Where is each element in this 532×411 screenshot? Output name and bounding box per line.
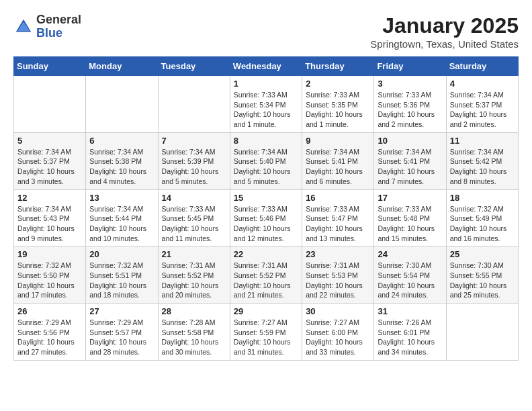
calendar-title: January 2025: [370, 13, 519, 38]
daylight-text: Daylight: 10 hours and 5 minutes.: [162, 167, 226, 186]
day-number: 2: [306, 79, 370, 89]
daylight-text: Daylight: 10 hours and 25 minutes.: [450, 281, 515, 300]
calendar-cell: 2Sunrise: 7:33 AMSunset: 5:35 PMDaylight…: [302, 76, 374, 133]
day-number: 14: [162, 193, 226, 203]
day-info: Sunrise: 7:34 AMSunset: 5:41 PMDaylight:…: [306, 147, 370, 187]
calendar-cell: 11Sunrise: 7:34 AMSunset: 5:42 PMDayligh…: [446, 132, 518, 189]
daylight-text: Daylight: 10 hours and 28 minutes.: [89, 337, 154, 357]
daylight-text: Daylight: 10 hours and 7 minutes.: [378, 167, 442, 186]
day-info: Sunrise: 7:34 AMSunset: 5:37 PMDaylight:…: [17, 147, 82, 187]
sunset-text: Sunset: 5:55 PM: [450, 271, 515, 281]
header-day: Monday: [86, 57, 158, 76]
calendar-cell: 30Sunrise: 7:27 AMSunset: 6:00 PMDayligh…: [302, 304, 374, 361]
calendar-week-row: 26Sunrise: 7:29 AMSunset: 5:56 PMDayligh…: [14, 304, 519, 361]
sunset-text: Sunset: 6:01 PM: [378, 328, 442, 338]
logo-general: General: [36, 13, 81, 27]
calendar-cell: 28Sunrise: 7:28 AMSunset: 5:58 PMDayligh…: [158, 304, 230, 361]
day-number: 31: [378, 306, 442, 316]
daylight-text: Daylight: 10 hours and 3 minutes.: [17, 167, 82, 186]
logo-icon: [13, 17, 34, 37]
day-info: Sunrise: 7:34 AMSunset: 5:42 PMDaylight:…: [450, 147, 515, 187]
daylight-text: Daylight: 10 hours and 2 minutes.: [450, 109, 515, 129]
day-number: 26: [17, 306, 82, 316]
daylight-text: Daylight: 10 hours and 10 minutes.: [89, 224, 154, 243]
sunrise-text: Sunrise: 7:31 AM: [306, 261, 370, 271]
sunset-text: Sunset: 5:39 PM: [162, 156, 226, 167]
day-info: Sunrise: 7:33 AMSunset: 5:46 PMDaylight:…: [234, 204, 298, 244]
calendar-cell: 3Sunrise: 7:33 AMSunset: 5:36 PMDaylight…: [374, 76, 446, 133]
day-info: Sunrise: 7:32 AMSunset: 5:49 PMDaylight:…: [450, 204, 515, 244]
calendar-cell: 24Sunrise: 7:30 AMSunset: 5:54 PMDayligh…: [374, 246, 446, 304]
day-info: Sunrise: 7:28 AMSunset: 5:58 PMDaylight:…: [162, 318, 226, 357]
daylight-text: Daylight: 10 hours and 30 minutes.: [162, 337, 226, 357]
sunrise-text: Sunrise: 7:34 AM: [89, 147, 154, 157]
daylight-text: Daylight: 10 hours and 1 minute.: [306, 109, 370, 129]
calendar-cell: 14Sunrise: 7:33 AMSunset: 5:45 PMDayligh…: [158, 189, 230, 246]
daylight-text: Daylight: 10 hours and 5 minutes.: [234, 167, 298, 186]
sunset-text: Sunset: 5:42 PM: [450, 156, 515, 167]
calendar-week-row: 12Sunrise: 7:34 AMSunset: 5:43 PMDayligh…: [14, 189, 519, 246]
sunrise-text: Sunrise: 7:33 AM: [234, 90, 298, 100]
calendar-cell: [14, 76, 86, 133]
day-number: 28: [162, 306, 226, 316]
calendar-cell: 10Sunrise: 7:34 AMSunset: 5:41 PMDayligh…: [374, 132, 446, 189]
sunrise-text: Sunrise: 7:27 AM: [306, 318, 370, 328]
day-number: 23: [306, 249, 370, 259]
calendar-cell: 15Sunrise: 7:33 AMSunset: 5:46 PMDayligh…: [230, 189, 302, 246]
day-info: Sunrise: 7:34 AMSunset: 5:37 PMDaylight:…: [450, 90, 515, 130]
day-number: 18: [450, 193, 515, 203]
day-info: Sunrise: 7:34 AMSunset: 5:44 PMDaylight:…: [89, 204, 154, 244]
sunset-text: Sunset: 5:54 PM: [378, 271, 442, 281]
calendar-cell: 21Sunrise: 7:31 AMSunset: 5:52 PMDayligh…: [158, 246, 230, 304]
sunset-text: Sunset: 5:41 PM: [306, 156, 370, 167]
header-day: Wednesday: [230, 57, 302, 76]
day-number: 10: [378, 136, 442, 146]
day-number: 25: [450, 249, 515, 259]
header-day: Tuesday: [158, 57, 230, 76]
sunset-text: Sunset: 5:58 PM: [162, 328, 226, 338]
day-info: Sunrise: 7:34 AMSunset: 5:40 PMDaylight:…: [234, 147, 298, 187]
calendar-cell: 6Sunrise: 7:34 AMSunset: 5:38 PMDaylight…: [86, 132, 158, 189]
day-number: 11: [450, 136, 515, 146]
sunset-text: Sunset: 5:35 PM: [306, 100, 370, 110]
daylight-text: Daylight: 10 hours and 11 minutes.: [162, 224, 226, 243]
calendar-cell: [446, 304, 518, 361]
sunrise-text: Sunrise: 7:34 AM: [162, 147, 226, 157]
calendar-cell: 9Sunrise: 7:34 AMSunset: 5:41 PMDaylight…: [302, 132, 374, 189]
sunrise-text: Sunrise: 7:34 AM: [17, 204, 82, 214]
calendar-cell: 13Sunrise: 7:34 AMSunset: 5:44 PMDayligh…: [86, 189, 158, 246]
sunset-text: Sunset: 5:45 PM: [162, 214, 226, 224]
day-info: Sunrise: 7:30 AMSunset: 5:54 PMDaylight:…: [378, 261, 442, 300]
day-info: Sunrise: 7:31 AMSunset: 5:52 PMDaylight:…: [234, 261, 298, 300]
day-info: Sunrise: 7:33 AMSunset: 5:45 PMDaylight:…: [162, 204, 226, 244]
sunset-text: Sunset: 5:41 PM: [378, 156, 442, 167]
sunrise-text: Sunrise: 7:30 AM: [378, 261, 442, 271]
calendar-cell: 31Sunrise: 7:26 AMSunset: 6:01 PMDayligh…: [374, 304, 446, 361]
sunrise-text: Sunrise: 7:33 AM: [234, 204, 298, 214]
daylight-text: Daylight: 10 hours and 13 minutes.: [306, 224, 370, 243]
day-number: 3: [378, 79, 442, 89]
day-info: Sunrise: 7:34 AMSunset: 5:38 PMDaylight:…: [89, 147, 154, 187]
day-info: Sunrise: 7:33 AMSunset: 5:36 PMDaylight:…: [378, 90, 442, 130]
calendar-cell: 19Sunrise: 7:32 AMSunset: 5:50 PMDayligh…: [14, 246, 86, 304]
calendar-cell: 27Sunrise: 7:29 AMSunset: 5:57 PMDayligh…: [86, 304, 158, 361]
day-info: Sunrise: 7:31 AMSunset: 5:52 PMDaylight:…: [162, 261, 226, 300]
sunset-text: Sunset: 5:51 PM: [89, 271, 154, 281]
sunrise-text: Sunrise: 7:32 AM: [17, 261, 82, 271]
header-day: Sunday: [14, 57, 86, 76]
sunrise-text: Sunrise: 7:33 AM: [162, 204, 226, 214]
calendar-cell: 4Sunrise: 7:34 AMSunset: 5:37 PMDaylight…: [446, 76, 518, 133]
day-number: 30: [306, 306, 370, 316]
sunrise-text: Sunrise: 7:33 AM: [378, 204, 442, 214]
calendar-cell: 18Sunrise: 7:32 AMSunset: 5:49 PMDayligh…: [446, 189, 518, 246]
calendar-cell: 7Sunrise: 7:34 AMSunset: 5:39 PMDaylight…: [158, 132, 230, 189]
day-info: Sunrise: 7:29 AMSunset: 5:57 PMDaylight:…: [89, 318, 154, 357]
sunrise-text: Sunrise: 7:34 AM: [450, 147, 515, 157]
daylight-text: Daylight: 10 hours and 4 minutes.: [89, 167, 154, 186]
daylight-text: Daylight: 10 hours and 24 minutes.: [378, 281, 442, 300]
day-info: Sunrise: 7:32 AMSunset: 5:50 PMDaylight:…: [17, 261, 82, 300]
sunrise-text: Sunrise: 7:33 AM: [378, 90, 442, 100]
day-number: 5: [17, 136, 82, 146]
sunset-text: Sunset: 5:43 PM: [17, 214, 82, 224]
daylight-text: Daylight: 10 hours and 34 minutes.: [378, 337, 442, 357]
